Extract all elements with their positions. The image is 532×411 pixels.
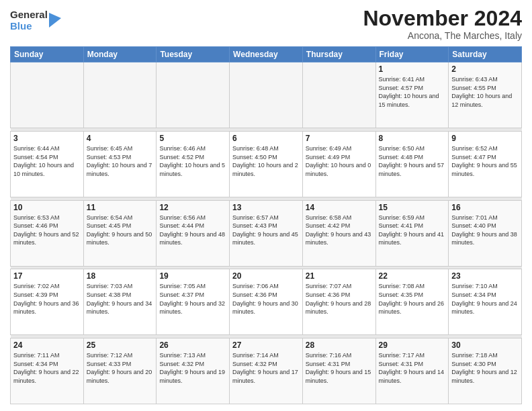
day-number: 29 [379, 340, 446, 350]
table-row: 11Sunrise: 6:54 AMSunset: 4:45 PMDayligh… [83, 200, 157, 266]
table-row [230, 62, 303, 128]
day-info-line: Sunset: 4:34 PM [13, 361, 58, 367]
day-info: Sunrise: 7:12 AMSunset: 4:33 PMDaylight:… [87, 351, 154, 385]
day-info: Sunrise: 7:06 AMSunset: 4:36 PMDaylight:… [232, 282, 300, 316]
day-info-line: Daylight: 10 hours and 12 minutes. [451, 93, 512, 108]
day-info-line: Sunrise: 6:46 AM [159, 145, 206, 152]
day-info-line: Sunset: 4:40 PM [451, 222, 496, 229]
day-info: Sunrise: 6:48 AMSunset: 4:50 PMDaylight:… [232, 144, 300, 178]
day-info-line: Sunrise: 7:13 AM [159, 352, 206, 359]
day-number: 20 [232, 271, 300, 281]
day-info-line: Sunrise: 7:10 AM [451, 283, 498, 289]
day-info-line: Daylight: 9 hours and 34 minutes. [87, 300, 152, 316]
day-number: 24 [13, 340, 81, 350]
week-row-3: 10Sunrise: 6:53 AMSunset: 4:46 PMDayligh… [11, 200, 522, 266]
day-info-line: Sunset: 4:32 PM [232, 361, 277, 367]
day-info-line: Daylight: 9 hours and 57 minutes. [379, 162, 445, 177]
table-row: 17Sunrise: 7:02 AMSunset: 4:39 PMDayligh… [11, 269, 84, 335]
page: General Blue November 2024 Ancona, The M… [0, 0, 532, 411]
day-info-line: Sunrise: 6:41 AM [379, 76, 425, 83]
day-number: 25 [87, 340, 154, 350]
day-info-line: Sunset: 4:43 PM [232, 222, 277, 229]
day-info-line: Sunset: 4:53 PM [87, 154, 132, 161]
svg-marker-0 [49, 13, 61, 28]
day-number: 19 [159, 271, 226, 281]
day-info-line: Daylight: 9 hours and 17 minutes. [232, 369, 298, 384]
table-row: 7Sunrise: 6:49 AMSunset: 4:49 PMDaylight… [302, 131, 375, 197]
day-info: Sunrise: 7:02 AMSunset: 4:39 PMDaylight:… [13, 282, 81, 316]
col-thursday: Thursday [302, 47, 375, 62]
col-wednesday: Wednesday [230, 47, 303, 62]
day-info-line: Sunrise: 7:08 AM [379, 283, 425, 289]
day-info-line: Sunrise: 6:58 AM [306, 214, 352, 221]
day-number: 3 [13, 134, 81, 143]
day-info-line: Sunrise: 7:01 AM [451, 214, 498, 221]
day-info: Sunrise: 6:58 AMSunset: 4:42 PMDaylight:… [306, 214, 373, 247]
day-info-line: Daylight: 9 hours and 22 minutes. [13, 369, 79, 384]
week-row-1: 1Sunrise: 6:41 AMSunset: 4:57 PMDaylight… [11, 62, 522, 128]
day-info-line: Daylight: 9 hours and 12 minutes. [451, 369, 517, 384]
day-info-line: Sunset: 4:47 PM [451, 154, 496, 161]
table-row: 24Sunrise: 7:11 AMSunset: 4:34 PMDayligh… [11, 338, 84, 404]
day-number: 2 [451, 64, 519, 74]
day-info: Sunrise: 6:49 AMSunset: 4:49 PMDaylight:… [306, 144, 373, 178]
day-info: Sunrise: 7:07 AMSunset: 4:36 PMDaylight:… [306, 282, 373, 316]
col-friday: Friday [375, 47, 449, 62]
col-monday: Monday [83, 47, 157, 62]
day-info-line: Sunset: 4:31 PM [306, 361, 351, 367]
logo: General Blue [10, 9, 61, 32]
day-info-line: Daylight: 9 hours and 55 minutes. [451, 162, 517, 177]
title-block: November 2024 Ancona, The Marches, Italy [363, 7, 522, 41]
day-info-line: Sunrise: 6:43 AM [451, 76, 498, 83]
day-info-line: Daylight: 9 hours and 48 minutes. [159, 231, 225, 246]
table-row: 15Sunrise: 6:59 AMSunset: 4:41 PMDayligh… [375, 200, 449, 266]
header: General Blue November 2024 Ancona, The M… [10, 7, 522, 41]
day-info-line: Sunrise: 6:56 AM [159, 214, 206, 221]
day-info-line: Daylight: 9 hours and 28 minutes. [306, 300, 371, 316]
table-row [83, 62, 157, 128]
col-tuesday: Tuesday [157, 47, 230, 62]
week-row-4: 17Sunrise: 7:02 AMSunset: 4:39 PMDayligh… [11, 269, 522, 335]
day-info-line: Daylight: 10 hours and 7 minutes. [87, 162, 152, 177]
day-info-line: Sunrise: 6:52 AM [451, 145, 498, 152]
day-info: Sunrise: 6:53 AMSunset: 4:46 PMDaylight:… [13, 214, 81, 247]
day-info-line: Sunset: 4:52 PM [159, 154, 204, 161]
table-row: 4Sunrise: 6:45 AMSunset: 4:53 PMDaylight… [83, 131, 157, 197]
day-info-line: Sunset: 4:36 PM [232, 291, 277, 298]
day-info-line: Sunrise: 6:44 AM [13, 145, 60, 152]
table-row: 26Sunrise: 7:13 AMSunset: 4:32 PMDayligh… [157, 338, 230, 404]
day-info: Sunrise: 7:14 AMSunset: 4:32 PMDaylight:… [232, 351, 300, 385]
day-info-line: Sunset: 4:44 PM [159, 222, 204, 229]
table-row [302, 62, 375, 128]
table-row: 25Sunrise: 7:12 AMSunset: 4:33 PMDayligh… [83, 338, 157, 404]
table-row: 21Sunrise: 7:07 AMSunset: 4:36 PMDayligh… [302, 269, 375, 335]
table-row: 20Sunrise: 7:06 AMSunset: 4:36 PMDayligh… [230, 269, 303, 335]
day-number: 15 [379, 203, 446, 212]
table-row: 29Sunrise: 7:17 AMSunset: 4:31 PMDayligh… [375, 338, 449, 404]
day-info-line: Sunrise: 7:18 AM [451, 352, 498, 359]
day-number: 5 [159, 134, 226, 143]
day-info-line: Sunrise: 6:48 AM [232, 145, 279, 152]
table-row: 2Sunrise: 6:43 AMSunset: 4:55 PMDaylight… [449, 62, 522, 128]
day-info-line: Daylight: 9 hours and 52 minutes. [13, 231, 79, 246]
day-info: Sunrise: 6:41 AMSunset: 4:57 PMDaylight:… [379, 75, 446, 109]
day-info-line: Sunset: 4:46 PM [13, 222, 58, 229]
day-info-line: Daylight: 9 hours and 14 minutes. [379, 369, 445, 384]
day-info-line: Sunset: 4:41 PM [379, 222, 424, 229]
day-info-line: Sunrise: 7:11 AM [13, 352, 60, 359]
day-info: Sunrise: 6:57 AMSunset: 4:43 PMDaylight:… [232, 214, 300, 247]
day-info-line: Sunset: 4:36 PM [306, 291, 351, 298]
table-row: 19Sunrise: 7:05 AMSunset: 4:37 PMDayligh… [157, 269, 230, 335]
day-number: 30 [451, 340, 519, 350]
day-info-line: Sunrise: 6:53 AM [13, 214, 60, 221]
day-info-line: Sunset: 4:31 PM [379, 361, 424, 367]
day-info-line: Daylight: 9 hours and 19 minutes. [159, 369, 225, 384]
day-info-line: Sunset: 4:35 PM [379, 291, 424, 298]
day-info-line: Daylight: 9 hours and 26 minutes. [379, 300, 445, 316]
day-info-line: Daylight: 10 hours and 10 minutes. [13, 162, 74, 177]
day-info-line: Daylight: 10 hours and 2 minutes. [232, 162, 298, 177]
day-info-line: Sunset: 4:39 PM [13, 291, 58, 298]
day-info-line: Sunrise: 6:50 AM [379, 145, 425, 152]
day-info-line: Sunset: 4:50 PM [232, 154, 277, 161]
day-info-line: Daylight: 9 hours and 38 minutes. [451, 231, 517, 246]
